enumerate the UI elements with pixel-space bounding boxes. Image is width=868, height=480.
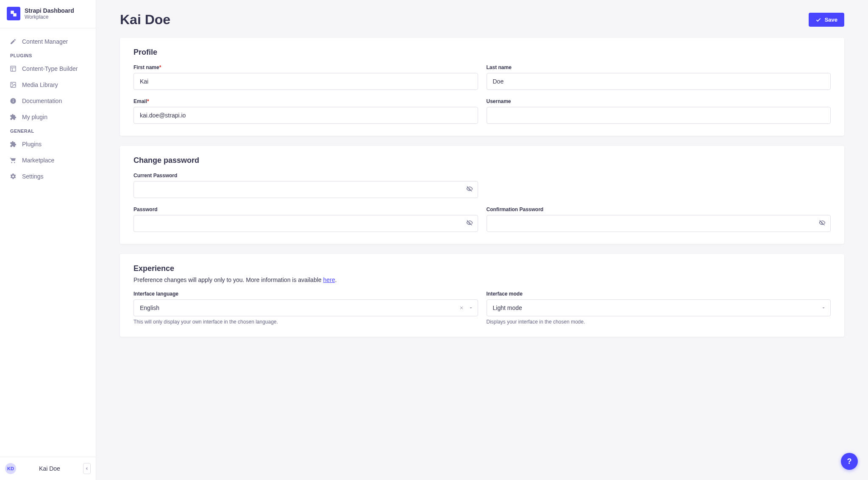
experience-section-title: Experience (134, 264, 831, 273)
clear-icon[interactable] (459, 305, 464, 310)
footer-user-name: Kai Doe (21, 465, 78, 472)
image-icon (9, 81, 17, 89)
sidebar-item-media-library[interactable]: Media Library (3, 77, 92, 93)
field-confirm-password: Confirmation Password (487, 207, 831, 232)
profile-section-title: Profile (134, 48, 831, 57)
profile-card: Profile First name* Last name Email* Use… (120, 38, 844, 136)
nav-item-label: Documentation (22, 98, 62, 104)
sidebar: Strapi Dashboard Workplace Content Manag… (0, 0, 96, 480)
interface-mode-label: Interface mode (487, 291, 831, 297)
nav-section-general-label: GENERAL (3, 125, 92, 136)
puzzle-icon (9, 113, 17, 121)
nav-item-label: Content Manager (22, 38, 68, 45)
email-input[interactable] (134, 107, 478, 124)
eye-off-icon (819, 220, 826, 226)
sidebar-item-plugins[interactable]: Plugins (3, 136, 92, 152)
select-value: English (140, 304, 459, 311)
field-interface-language: Interface language English This will onl… (134, 291, 478, 325)
avatar[interactable]: KD (5, 463, 16, 474)
help-button[interactable]: ? (841, 453, 858, 470)
current-password-input[interactable] (134, 181, 478, 198)
question-icon: ? (847, 457, 852, 466)
collapse-sidebar-button[interactable] (83, 463, 91, 474)
nav-item-label: Marketplace (22, 157, 54, 164)
eye-off-icon (466, 186, 473, 193)
interface-language-helper: This will only display your own interfac… (134, 319, 478, 325)
current-password-label: Current Password (134, 173, 478, 179)
interface-mode-select[interactable]: Light mode (487, 299, 831, 316)
eye-off-icon (466, 220, 473, 226)
app-subtitle: Workplace (25, 14, 74, 20)
svg-rect-1 (13, 13, 17, 17)
layout-icon (9, 65, 17, 73)
page-header: Kai Doe Save (120, 0, 844, 38)
save-button[interactable]: Save (809, 13, 844, 27)
field-first-name: First name* (134, 64, 478, 90)
check-icon (815, 17, 821, 23)
cart-icon (9, 156, 17, 164)
experience-subtitle: Preference changes will apply only to yo… (134, 276, 831, 283)
interface-mode-helper: Displays your interface in the chosen mo… (487, 319, 831, 325)
sidebar-item-my-plugin[interactable]: My plugin (3, 109, 92, 125)
select-value: Light mode (493, 304, 821, 311)
toggle-visibility-button[interactable] (466, 186, 473, 194)
page-title: Kai Doe (120, 12, 170, 28)
pencil-icon (9, 38, 17, 45)
sidebar-item-content-manager[interactable]: Content Manager (3, 33, 92, 50)
nav-item-label: Media Library (22, 81, 58, 88)
app-logo (7, 7, 20, 20)
caret-down-icon (821, 305, 826, 310)
interface-language-label: Interface language (134, 291, 478, 297)
svg-point-6 (12, 84, 13, 84)
puzzle-icon (9, 140, 17, 148)
field-username: Username (487, 98, 831, 124)
sidebar-item-marketplace[interactable]: Marketplace (3, 152, 92, 168)
nav-item-label: Plugins (22, 141, 42, 148)
sidebar-header: Strapi Dashboard Workplace (0, 0, 96, 28)
username-label: Username (487, 98, 831, 104)
last-name-label: Last name (487, 64, 831, 70)
confirm-password-input[interactable] (487, 215, 831, 232)
email-label: Email* (134, 98, 478, 104)
svg-point-9 (13, 99, 14, 100)
confirm-password-label: Confirmation Password (487, 207, 831, 212)
chevron-left-icon (85, 466, 89, 471)
sidebar-item-content-type-builder[interactable]: Content-Type Builder (3, 61, 92, 77)
field-new-password: Password (134, 207, 478, 232)
info-icon (9, 97, 17, 105)
nav-item-label: My plugin (22, 114, 47, 120)
toggle-visibility-button[interactable] (819, 220, 826, 228)
first-name-label: First name* (134, 64, 478, 70)
field-last-name: Last name (487, 64, 831, 90)
svg-rect-8 (13, 100, 13, 103)
nav-section-plugins-label: PLUGINS (3, 50, 92, 61)
sidebar-footer: KD Kai Doe (0, 457, 96, 480)
toggle-visibility-button[interactable] (466, 220, 473, 228)
password-card: Change password Current Password Passwor… (120, 146, 844, 244)
sidebar-item-documentation[interactable]: Documentation (3, 93, 92, 109)
password-section-title: Change password (134, 156, 831, 165)
save-button-label: Save (825, 17, 837, 23)
last-name-input[interactable] (487, 73, 831, 90)
svg-rect-2 (11, 66, 16, 71)
first-name-input[interactable] (134, 73, 478, 90)
experience-card: Experience Preference changes will apply… (120, 254, 844, 337)
field-email: Email* (134, 98, 478, 124)
nav: Content Manager PLUGINS Content-Type Bui… (0, 28, 96, 457)
app-title: Strapi Dashboard (25, 7, 74, 14)
new-password-label: Password (134, 207, 478, 212)
new-password-input[interactable] (134, 215, 478, 232)
caret-down-icon (468, 305, 473, 310)
sidebar-item-settings[interactable]: Settings (3, 168, 92, 184)
field-interface-mode: Interface mode Light mode Displays your … (487, 291, 831, 325)
interface-language-select[interactable]: English (134, 299, 478, 316)
username-input[interactable] (487, 107, 831, 124)
experience-more-link[interactable]: here (323, 276, 335, 283)
nav-item-label: Content-Type Builder (22, 65, 78, 72)
field-current-password: Current Password (134, 173, 478, 198)
gear-icon (9, 173, 17, 180)
main-content: Kai Doe Save Profile First name* Last na… (96, 0, 868, 480)
nav-item-label: Settings (22, 173, 44, 180)
